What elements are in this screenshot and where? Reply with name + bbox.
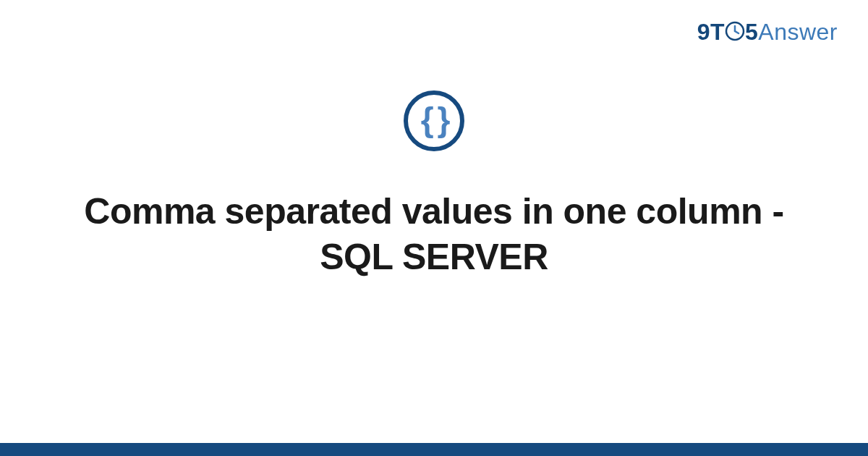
code-braces-icon: { } bbox=[421, 103, 448, 136]
footer-accent-bar bbox=[0, 443, 868, 456]
svg-line-2 bbox=[735, 31, 739, 33]
page-title: Comma separated values in one column - S… bbox=[72, 189, 796, 279]
logo-text-9t: 9T bbox=[697, 19, 725, 45]
main-content: { } Comma separated values in one column… bbox=[0, 90, 868, 279]
clock-icon bbox=[725, 21, 745, 41]
site-logo: 9T5Answer bbox=[697, 19, 838, 46]
logo-text-5: 5 bbox=[745, 19, 758, 45]
logo-text-answer: Answer bbox=[758, 19, 838, 45]
category-icon-circle: { } bbox=[404, 90, 464, 151]
